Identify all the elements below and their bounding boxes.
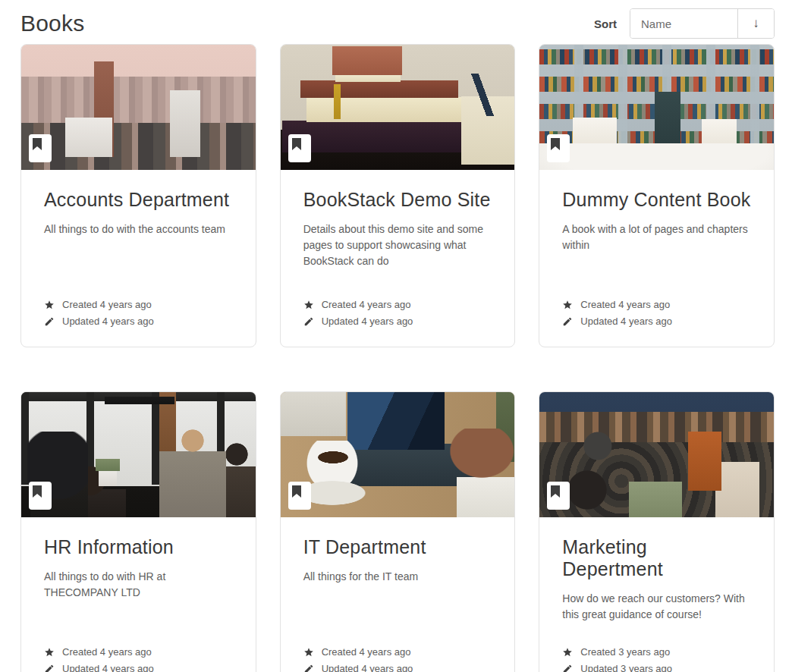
page-title: Books: [20, 11, 84, 36]
book-description: All things for the IT team: [303, 569, 492, 585]
book-meta: Created 4 years ago Updated 4 years ago: [44, 299, 233, 327]
pencil-icon: [44, 316, 55, 327]
arrow-down-icon: ↓: [753, 16, 759, 31]
card-body: Accounts Department All things to do wit…: [21, 170, 256, 347]
book-cover-image: [21, 392, 256, 517]
pencil-icon: [44, 664, 55, 672]
created-text: Created 3 years ago: [580, 646, 670, 658]
card-body: Marketing Depertment How do we reach our…: [539, 517, 774, 672]
updated-text: Updated 4 years ago: [62, 316, 154, 327]
updated-text: Updated 4 years ago: [322, 663, 413, 672]
book-meta: Created 4 years ago Updated 4 years ago: [562, 299, 751, 327]
book-card-accounts-department[interactable]: Accounts Department All things to do wit…: [20, 44, 256, 347]
book-description: All things to do with HR at THECOMPANY L…: [44, 569, 233, 601]
created-row: Created 4 years ago: [44, 299, 233, 310]
book-icon: [29, 482, 52, 510]
book-description: A book with a lot of pages and chapters …: [562, 221, 751, 253]
book-description: How do we reach our customers? With this…: [562, 591, 751, 623]
sort-controls: Sort Name ↓: [594, 8, 775, 39]
created-text: Created 4 years ago: [322, 299, 411, 310]
page-header: Books Sort Name ↓: [0, 0, 792, 44]
book-cover-image: [21, 45, 256, 170]
card-body: BookStack Demo Site Details about this d…: [281, 170, 515, 347]
book-card-it-department[interactable]: IT Department All things for the IT team…: [280, 391, 516, 672]
books-grid: Accounts Department All things to do wit…: [0, 44, 792, 672]
pencil-icon: [303, 664, 314, 672]
book-title[interactable]: Marketing Depertment: [562, 536, 751, 580]
star-icon: [44, 300, 55, 310]
sort-label: Sort: [594, 17, 617, 30]
book-description: All things to do with the accounts team: [44, 221, 233, 237]
book-icon: [547, 482, 570, 510]
book-icon: [547, 134, 570, 162]
updated-row: Updated 4 years ago: [44, 663, 233, 672]
updated-row: Updated 3 years ago: [562, 663, 751, 672]
book-meta: Created 4 years ago Updated 4 years ago: [44, 646, 233, 672]
star-icon: [562, 647, 573, 658]
book-card-hr-information[interactable]: HR Information All things to do with HR …: [20, 391, 256, 672]
card-body: Dummy Content Book A book with a lot of …: [539, 170, 774, 347]
star-icon: [303, 647, 314, 658]
sort-by-button[interactable]: Name: [630, 9, 738, 38]
card-body: IT Department All things for the IT team…: [281, 517, 515, 672]
book-icon: [288, 482, 311, 510]
book-title[interactable]: Accounts Department: [44, 189, 233, 211]
book-meta: Created 4 years ago Updated 4 years ago: [303, 299, 492, 327]
created-row: Created 4 years ago: [44, 646, 233, 658]
book-card-dummy-content-book[interactable]: Dummy Content Book A book with a lot of …: [539, 44, 775, 347]
book-cover-image: [281, 45, 515, 170]
book-title[interactable]: Dummy Content Book: [562, 189, 751, 211]
book-meta: Created 4 years ago Updated 4 years ago: [303, 646, 492, 672]
star-icon: [44, 647, 55, 658]
created-row: Created 4 years ago: [562, 299, 751, 310]
book-card-bookstack-demo-site[interactable]: BookStack Demo Site Details about this d…: [280, 44, 516, 347]
star-icon: [303, 300, 314, 310]
book-cover-image: [539, 392, 774, 517]
created-row: Created 4 years ago: [303, 646, 492, 658]
updated-text: Updated 4 years ago: [580, 316, 672, 327]
book-icon: [288, 134, 311, 162]
book-card-marketing-depertment[interactable]: Marketing Depertment How do we reach our…: [539, 391, 775, 672]
book-meta: Created 3 years ago Updated 3 years ago: [562, 646, 751, 672]
book-description: Details about this demo site and some pa…: [303, 221, 492, 269]
book-cover-image: [539, 45, 774, 170]
card-body: HR Information All things to do with HR …: [21, 517, 256, 672]
updated-text: Updated 3 years ago: [580, 663, 672, 672]
book-title[interactable]: HR Information: [44, 536, 233, 558]
updated-text: Updated 4 years ago: [62, 663, 154, 672]
book-cover-image: [281, 392, 515, 517]
created-text: Created 4 years ago: [322, 646, 411, 658]
created-row: Created 4 years ago: [303, 299, 492, 310]
sort-direction-button[interactable]: ↓: [738, 9, 774, 38]
sort-button-group: Name ↓: [630, 8, 775, 39]
updated-text: Updated 4 years ago: [322, 316, 413, 327]
created-text: Created 4 years ago: [62, 299, 152, 310]
updated-row: Updated 4 years ago: [562, 316, 751, 327]
updated-row: Updated 4 years ago: [303, 663, 492, 672]
created-row: Created 3 years ago: [562, 646, 751, 658]
book-title[interactable]: IT Department: [303, 536, 492, 558]
updated-row: Updated 4 years ago: [303, 316, 492, 327]
book-title[interactable]: BookStack Demo Site: [303, 189, 492, 211]
book-icon: [29, 134, 52, 162]
star-icon: [562, 300, 573, 310]
created-text: Created 4 years ago: [580, 299, 670, 310]
pencil-icon: [303, 316, 314, 327]
created-text: Created 4 years ago: [62, 646, 152, 658]
updated-row: Updated 4 years ago: [44, 316, 233, 327]
pencil-icon: [562, 664, 573, 672]
pencil-icon: [562, 316, 573, 327]
